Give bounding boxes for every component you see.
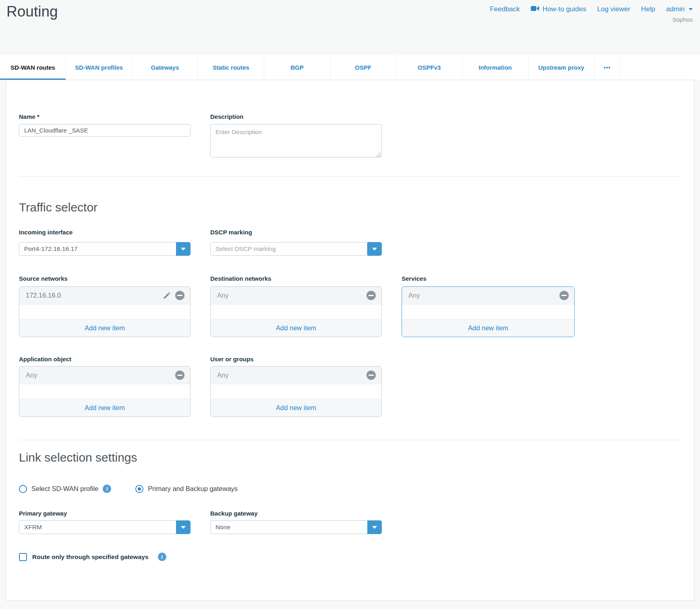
destination-networks-add-button[interactable]: Add new item bbox=[211, 319, 381, 337]
edit-icon[interactable] bbox=[163, 291, 171, 300]
incoming-interface-select[interactable]: Port4-172.16.16.17 bbox=[19, 242, 191, 256]
feedback-link[interactable]: Feedback bbox=[490, 5, 520, 13]
name-input[interactable] bbox=[19, 124, 191, 137]
tab-static-routes[interactable]: Static routes bbox=[198, 55, 264, 80]
primary-gateway-value: XFRM bbox=[19, 520, 176, 534]
chevron-down-icon bbox=[689, 8, 693, 10]
dscp-marking-select[interactable]: Select DSCP marking bbox=[210, 242, 382, 256]
user-or-groups-add-button[interactable]: Add new item bbox=[211, 399, 381, 416]
chevron-down-icon bbox=[181, 526, 186, 529]
name-field-group: Name * bbox=[19, 113, 191, 159]
info-icon[interactable]: i bbox=[158, 553, 166, 561]
radio-button-icon[interactable] bbox=[19, 485, 27, 493]
remove-icon[interactable] bbox=[367, 371, 376, 380]
primary-gateway-dropdown-button[interactable] bbox=[176, 520, 191, 534]
services-add-button[interactable]: Add new item bbox=[402, 319, 574, 337]
application-object-item: Any bbox=[26, 371, 175, 379]
description-field-group: Description bbox=[210, 113, 382, 159]
info-icon[interactable]: i bbox=[103, 485, 111, 493]
primary-gateway-label: Primary gateway bbox=[19, 510, 191, 517]
traffic-selector-heading: Traffic selector bbox=[19, 201, 681, 214]
remove-icon[interactable] bbox=[175, 291, 184, 300]
backup-gateway-label: Backup gateway bbox=[210, 510, 382, 517]
route-only-row: Route only through specified gateways i bbox=[19, 553, 681, 561]
list-item: Any bbox=[19, 367, 190, 384]
page-header: Routing Feedback How-to guides Log viewe… bbox=[0, 0, 700, 55]
services-list: Any Add new item bbox=[402, 286, 575, 337]
user-or-groups-list: Any Add new item bbox=[210, 366, 382, 417]
remove-icon[interactable] bbox=[175, 371, 184, 380]
dscp-marking-dropdown-button[interactable] bbox=[367, 242, 382, 256]
list-empty-area bbox=[19, 384, 190, 399]
application-object-label: Application object bbox=[19, 356, 191, 362]
tab-gateways[interactable]: Gateways bbox=[132, 55, 198, 80]
name-label: Name * bbox=[19, 113, 191, 120]
list-item: Any bbox=[211, 287, 381, 304]
description-label: Description bbox=[210, 113, 382, 120]
list-empty-area bbox=[211, 384, 381, 399]
service-item: Any bbox=[408, 292, 559, 299]
dscp-marking-placeholder: Select DSCP marking bbox=[210, 242, 367, 256]
radio-button-icon[interactable] bbox=[135, 485, 143, 493]
tab-ospf[interactable]: OSPF bbox=[330, 55, 396, 80]
page-title: Routing bbox=[6, 3, 58, 20]
tab-upstream-proxy[interactable]: Upstream proxy bbox=[528, 55, 594, 80]
source-networks-add-button[interactable]: Add new item bbox=[19, 319, 190, 337]
backup-gateway-select[interactable]: None bbox=[210, 520, 382, 534]
link-selection-radio-group: Select SD-WAN profile i Primary and Back… bbox=[19, 485, 681, 493]
remove-icon[interactable] bbox=[559, 291, 569, 300]
destination-network-item: Any bbox=[217, 292, 367, 299]
tab-overflow-button[interactable]: ••• bbox=[594, 55, 620, 80]
description-textarea[interactable] bbox=[210, 124, 382, 157]
link-selection-heading: Link selection settings bbox=[19, 451, 681, 464]
services-label: Services bbox=[402, 275, 575, 282]
user-menu[interactable]: admin bbox=[666, 5, 693, 13]
route-form-panel: Name * Description Traffic selector Inco… bbox=[6, 80, 694, 601]
help-link[interactable]: Help bbox=[641, 5, 655, 13]
backup-gateway-dropdown-button[interactable] bbox=[367, 520, 382, 534]
list-empty-area bbox=[19, 304, 190, 319]
incoming-interface-dropdown-button[interactable] bbox=[176, 242, 191, 256]
radio-label: Primary and Backup gateways bbox=[148, 485, 238, 493]
source-networks-list: 172.16.16.0 Add new item bbox=[19, 286, 191, 337]
chevron-down-icon bbox=[372, 248, 377, 251]
list-empty-area bbox=[211, 304, 381, 319]
destination-networks-list: Any Add new item bbox=[210, 286, 382, 337]
tab-sdwan-routes[interactable]: SD-WAN routes bbox=[0, 55, 66, 80]
tab-sdwan-profiles[interactable]: SD-WAN profiles bbox=[66, 55, 132, 80]
backup-gateway-value: None bbox=[210, 520, 367, 534]
tab-information[interactable]: Information bbox=[462, 55, 528, 80]
source-network-item: 172.16.16.0 bbox=[26, 292, 163, 299]
tab-bgp[interactable]: BGP bbox=[264, 55, 330, 80]
chevron-down-icon bbox=[181, 248, 186, 251]
list-item: Any bbox=[402, 287, 574, 304]
radio-label: Select SD-WAN profile bbox=[31, 485, 98, 493]
incoming-interface-value: Port4-172.16.16.17 bbox=[19, 242, 176, 256]
list-item: 172.16.16.0 bbox=[19, 287, 190, 304]
section-divider bbox=[19, 440, 681, 440]
top-navigation: Feedback How-to guides Log viewer Help a… bbox=[490, 5, 693, 13]
primary-gateway-select[interactable]: XFRM bbox=[19, 520, 191, 534]
list-empty-area bbox=[402, 304, 574, 319]
user-or-groups-item: Any bbox=[217, 371, 367, 379]
video-camera-icon bbox=[531, 5, 539, 13]
tab-bar: SD-WAN routes SD-WAN profiles Gateways S… bbox=[0, 55, 700, 80]
list-item: Any bbox=[211, 367, 381, 384]
application-object-add-button[interactable]: Add new item bbox=[19, 399, 190, 416]
route-only-label: Route only through specified gateways bbox=[32, 553, 149, 561]
remove-icon[interactable] bbox=[367, 291, 376, 300]
tab-ospfv3[interactable]: OSPFv3 bbox=[396, 55, 462, 80]
name-description-row: Name * Description bbox=[19, 113, 681, 159]
radio-select-sdwan-profile[interactable]: Select SD-WAN profile i bbox=[19, 485, 111, 493]
route-only-checkbox[interactable] bbox=[19, 553, 27, 561]
user-or-groups-label: User or groups bbox=[210, 356, 382, 362]
application-object-list: Any Add new item bbox=[19, 366, 191, 417]
brand-label: Sophos bbox=[672, 16, 693, 23]
log-viewer-link[interactable]: Log viewer bbox=[597, 5, 630, 13]
section-divider bbox=[19, 176, 681, 176]
incoming-interface-label: Incoming interface bbox=[19, 229, 191, 236]
source-networks-label: Source networks bbox=[19, 275, 191, 282]
howto-guides-link[interactable]: How-to guides bbox=[531, 5, 586, 13]
destination-networks-label: Destination networks bbox=[210, 275, 382, 282]
radio-primary-backup-gateways[interactable]: Primary and Backup gateways bbox=[135, 485, 238, 493]
